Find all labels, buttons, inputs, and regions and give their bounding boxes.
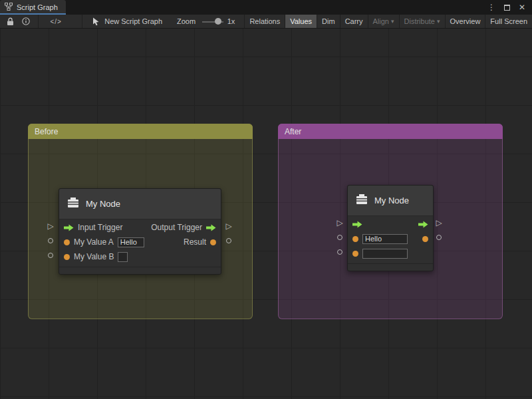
node-header[interactable]: My Node: [59, 189, 221, 219]
node-icon: [355, 194, 368, 207]
data-port-dot[interactable]: [352, 236, 358, 242]
data-port-dot[interactable]: [64, 239, 70, 245]
my-node-after[interactable]: My Node: [347, 185, 434, 271]
toolbar-button-overview[interactable]: Overview: [445, 15, 485, 28]
value-b-port-row: My Value B: [59, 249, 221, 264]
menu-icon[interactable]: ⋮: [487, 3, 495, 11]
value-b-input[interactable]: [362, 249, 408, 259]
close-icon[interactable]: ✕: [519, 3, 525, 11]
chevron-down-icon: ▾: [437, 18, 440, 25]
value-a-port-row: My Value A Result: [59, 235, 221, 249]
script-graph-window: Script Graph ⋮ ✕ </>: [0, 0, 532, 399]
script-graph-icon: [5, 3, 13, 12]
zoom-label: Zoom: [177, 17, 196, 25]
my-node-before[interactable]: My Node Input Trigger Output Trigger: [59, 188, 221, 275]
group-before-label: Before: [35, 127, 58, 136]
tab-label: Script Graph: [17, 3, 58, 11]
external-exec-output-port[interactable]: ▷: [436, 219, 442, 227]
node-icon: [66, 197, 80, 211]
external-exec-output-port[interactable]: ▷: [225, 222, 231, 230]
group-after-label: After: [285, 127, 301, 136]
code-icon[interactable]: </>: [50, 18, 61, 25]
value-a-port-row: [348, 231, 433, 246]
tab-script-graph[interactable]: Script Graph: [0, 0, 66, 15]
chevron-down-icon: ▾: [391, 18, 394, 25]
zoom-slider-knob[interactable]: [215, 18, 221, 25]
node-footer: [59, 267, 221, 274]
external-data-port[interactable]: [226, 238, 231, 243]
graph-canvas[interactable]: Before After My Node: [0, 29, 532, 399]
node-title: My Node: [86, 199, 120, 209]
exec-input-port-icon[interactable]: [352, 221, 362, 228]
port-label: Output Trigger: [151, 223, 202, 232]
toolbar-button-fullscreen[interactable]: Full Screen: [485, 15, 532, 28]
external-data-port[interactable]: [337, 249, 342, 255]
window-controls: ⋮ ✕: [487, 0, 532, 15]
tab-bar: Script Graph ⋮ ✕: [0, 0, 532, 15]
node-body: Input Trigger Output Trigger My Value A: [59, 219, 221, 265]
maximize-icon[interactable]: [504, 5, 510, 11]
value-a-input[interactable]: [118, 237, 144, 247]
node-footer: [348, 263, 433, 271]
value-a-input[interactable]: [362, 234, 408, 244]
button-label: Distribute: [404, 17, 435, 25]
data-port-dot[interactable]: [210, 239, 216, 245]
toolbar-button-distribute: Distribute ▾: [399, 15, 445, 28]
graph-toolbar: </> New Script Graph Zoom 1x Relations V…: [0, 15, 532, 29]
node-body: [348, 216, 433, 261]
button-label: Align: [373, 17, 389, 25]
exec-input-port-icon[interactable]: [64, 224, 74, 231]
external-data-port[interactable]: [337, 235, 342, 240]
zoom-slider[interactable]: [202, 15, 223, 29]
port-label: Result: [184, 237, 206, 247]
value-b-input[interactable]: [118, 252, 128, 262]
graph-name: New Script Graph: [92, 17, 162, 26]
graph-name-label: New Script Graph: [104, 17, 162, 25]
external-data-port[interactable]: [436, 235, 442, 240]
trigger-port-row: [348, 217, 433, 231]
group-before-header[interactable]: Before: [28, 124, 253, 139]
external-data-port[interactable]: [48, 238, 53, 243]
port-label: My Value B: [74, 252, 114, 261]
toolbar-button-carry[interactable]: Carry: [340, 15, 368, 28]
data-port-dot[interactable]: [352, 251, 358, 257]
data-port-dot[interactable]: [64, 254, 70, 260]
toolbar-button-align: Align ▾: [368, 15, 399, 28]
value-b-port-row: [348, 246, 433, 261]
external-exec-input-port[interactable]: ▷: [47, 222, 53, 230]
pointer-icon: [92, 17, 100, 26]
toolbar-button-values[interactable]: Values: [285, 15, 317, 28]
data-port-dot[interactable]: [422, 236, 428, 242]
toolbar-button-relations[interactable]: Relations: [244, 15, 285, 28]
toolbar-buttons: Relations Values Dim Carry Align ▾ Distr…: [244, 15, 532, 28]
trigger-port-row: Input Trigger Output Trigger: [59, 220, 221, 235]
zoom-value: 1x: [227, 17, 235, 25]
lock-icon[interactable]: [7, 17, 14, 26]
port-label: My Value A: [74, 237, 114, 247]
exec-output-port-icon[interactable]: [418, 221, 428, 228]
info-icon[interactable]: [22, 17, 30, 25]
group-after-header[interactable]: After: [278, 124, 503, 139]
external-exec-input-port[interactable]: ▷: [336, 219, 342, 227]
port-label: Input Trigger: [78, 223, 122, 232]
exec-output-port-icon[interactable]: [206, 224, 216, 231]
toolbar-button-dim[interactable]: Dim: [317, 15, 340, 28]
external-data-port[interactable]: [48, 253, 53, 258]
node-title: My Node: [374, 196, 409, 205]
node-header[interactable]: My Node: [348, 186, 433, 216]
